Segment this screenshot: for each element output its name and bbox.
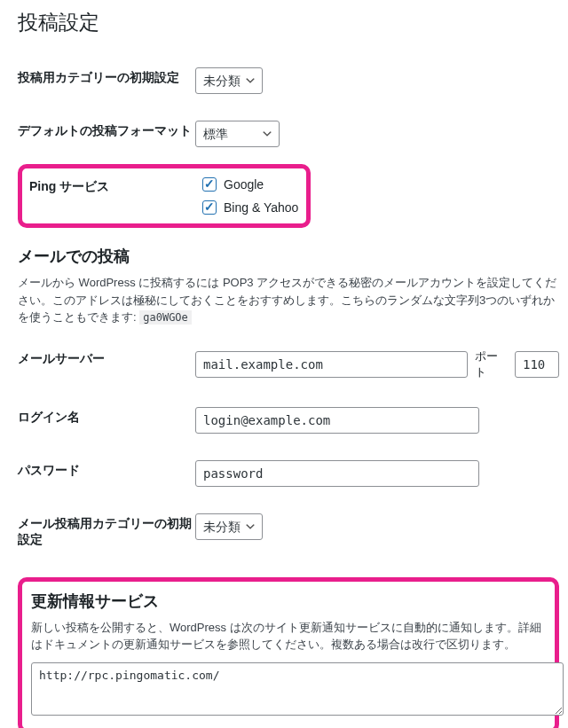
mail-server-input[interactable] [195,351,468,378]
update-services-description: 新しい投稿を公開すると、WordPress は次のサイト更新通知サービスに自動的… [31,619,546,654]
ping-label: Ping サービス [29,177,202,195]
update-services-title: 更新情報サービス [31,591,546,612]
login-input[interactable] [195,407,479,434]
password-input[interactable] [195,460,479,487]
ping-checkbox-bing-yahoo-label: Bing & Yahoo [224,200,298,215]
default-category-select[interactable]: 未分類 [195,67,263,94]
mail-server-row: メールサーバー ポート [18,335,559,394]
mail-section-description: メールから WordPress に投稿するには POP3 アクセスができる秘密の… [18,274,559,326]
port-label: ポート [475,348,508,380]
ping-highlight-box: Ping サービス Google Bing & Yahoo [18,164,311,228]
ping-checkbox-google[interactable] [202,177,217,192]
mail-server-label: メールサーバー [18,348,195,367]
default-format-label: デフォルトの投稿フォーマット [18,121,195,139]
ping-option-google: Google [202,177,299,192]
ping-checkbox-google-label: Google [224,177,264,192]
default-category-label: 投稿用カテゴリーの初期設定 [18,67,195,86]
port-input[interactable] [515,351,559,378]
password-row: パスワード [18,447,559,500]
mail-category-label: メール投稿用カテゴリーの初期設定 [18,513,195,548]
default-format-row: デフォルトの投稿フォーマット 標準 [18,107,559,160]
login-row: ログイン名 [18,394,559,447]
update-services-textarea[interactable]: http://rpc.pingomatic.com/ [31,662,564,716]
page-title: 投稿設定 [18,9,559,36]
ping-option-bing-yahoo: Bing & Yahoo [202,200,299,215]
mail-category-row: メール投稿用カテゴリーの初期設定 未分類 [18,500,559,561]
mail-section-title: メールでの投稿 [18,246,559,267]
default-format-select[interactable]: 標準 [195,121,280,147]
default-category-row: 投稿用カテゴリーの初期設定 未分類 [18,54,559,107]
update-services-highlight-box: 更新情報サービス 新しい投稿を公開すると、WordPress は次のサイト更新通… [18,577,559,729]
login-label: ログイン名 [18,407,195,426]
password-label: パスワード [18,460,195,479]
mail-category-select[interactable]: 未分類 [195,513,263,540]
random-code: ga0WGOe [139,310,192,325]
ping-checkbox-bing-yahoo[interactable] [202,200,217,215]
